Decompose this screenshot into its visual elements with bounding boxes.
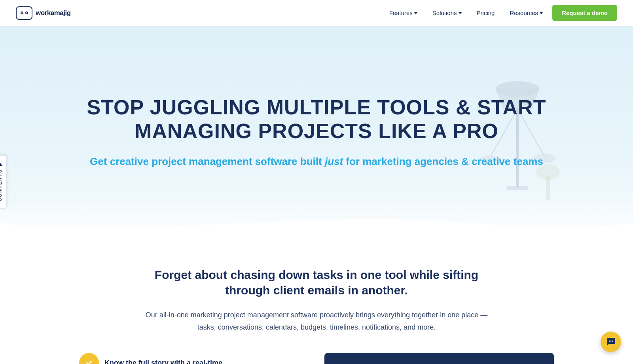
- below-section-title: Forget about chasing down tasks in one t…: [138, 267, 495, 298]
- feature-icon-circle: [79, 353, 99, 364]
- below-hero-section: Forget about chasing down tasks in one t…: [0, 239, 633, 364]
- svg-point-10: [609, 341, 610, 342]
- nav-link-pricing[interactable]: Pricing: [471, 7, 500, 19]
- svg-point-12: [612, 341, 613, 342]
- nav-link-resources[interactable]: Resources: [504, 7, 548, 19]
- nav-link-solutions[interactable]: Solutions: [427, 7, 467, 19]
- nav-links: Features Solutions Pricing Resources Req…: [384, 5, 617, 21]
- svg-point-11: [610, 341, 612, 342]
- hero-title: STOP JUGGLING MULTIPLE TOOLS & START MAN…: [87, 96, 546, 143]
- chat-icon: [606, 337, 616, 347]
- hero-wave: [0, 208, 633, 239]
- check-icon: [84, 358, 94, 364]
- chevron-down-icon: [459, 12, 462, 14]
- app-thumbnail: WORKAMAJIG ▾: [324, 353, 554, 364]
- hero-section: STOP JUGGLING MULTIPLE TOOLS & START MAN…: [0, 26, 633, 239]
- contents-tab-label: CONTENTS: [0, 169, 3, 201]
- chevron-down-icon: [414, 12, 417, 14]
- svg-rect-7: [546, 176, 550, 200]
- chevron-down-icon: [540, 12, 543, 14]
- logo-icon: [16, 6, 32, 20]
- nav-link-features[interactable]: Features: [384, 7, 423, 19]
- below-feature-left: Know the full story with a real-time: [79, 353, 309, 364]
- logo[interactable]: workamajig: [16, 6, 71, 20]
- below-feature-row: Know the full story with a real-time WOR…: [79, 353, 554, 364]
- feature-label: Know the full story with a real-time: [104, 359, 222, 364]
- navbar: workamajig Features Solutions Pricing Re…: [0, 0, 633, 26]
- svg-rect-6: [506, 186, 529, 190]
- contents-tab[interactable]: CONTENTS: [0, 155, 6, 209]
- svg-point-1: [496, 81, 539, 97]
- request-demo-button[interactable]: Request a demo: [552, 5, 617, 21]
- below-section-body: Our all-in-one marketing project managem…: [138, 309, 495, 333]
- hero-subtitle: Get creative project management software…: [90, 154, 543, 169]
- logo-text: workamajig: [36, 9, 71, 17]
- chevron-right-icon: [0, 163, 2, 166]
- chat-widget[interactable]: [601, 332, 621, 352]
